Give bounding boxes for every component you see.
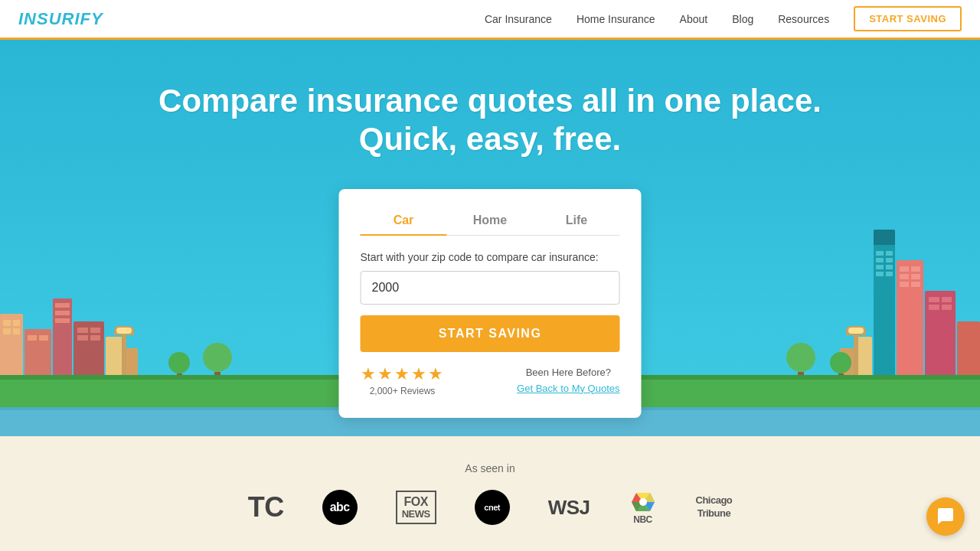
logo-text: INSURIFY — [18, 9, 103, 28]
media-logo-wsj: WSJ — [548, 496, 590, 520]
media-logo-fox: FOX NEWS — [396, 491, 436, 524]
nav-home-insurance[interactable]: Home Insurance — [577, 13, 655, 25]
zip-label: Start with your zip code to compare car … — [361, 251, 620, 263]
hero-section: Compare insurance quotes all in one plac… — [0, 40, 980, 436]
get-back-link[interactable]: Get Back to My Quotes — [517, 383, 619, 394]
nav-blog[interactable]: Blog — [732, 13, 753, 25]
star-rating: ★★★★★ — [361, 364, 445, 384]
tab-car[interactable]: Car — [361, 207, 447, 235]
nav-car-insurance[interactable]: Car Insurance — [485, 13, 552, 25]
media-logo-tc: TC — [248, 491, 284, 523]
hero-headline: Compare insurance quotes all in one plac… — [0, 82, 980, 159]
zip-input[interactable] — [361, 271, 620, 305]
as-seen-in-label: As seen in — [465, 462, 514, 474]
main-nav: Car Insurance Home Insurance About Blog … — [485, 6, 962, 31]
tab-life[interactable]: Life — [534, 207, 620, 235]
media-logo-chicago-tribune: ChicagoTribune — [696, 494, 733, 520]
quote-card: Car Home Life Start with your zip code t… — [339, 189, 642, 418]
reviews-row: ★★★★★ 2,000+ Reviews Been Here Before? G… — [361, 364, 620, 396]
as-seen-in-section: As seen in TC abc FOX NEWS cnet WSJ NBC … — [0, 436, 980, 551]
quote-tabs: Car Home Life — [361, 207, 620, 236]
header: INSURIFY Car Insurance Home Insurance Ab… — [0, 0, 980, 40]
reviews-count: 2,000+ Reviews — [361, 386, 445, 396]
been-here-label: Been Here Before? — [517, 367, 619, 378]
media-logo-abc: abc — [322, 490, 358, 525]
media-logos-row: TC abc FOX NEWS cnet WSJ NBC ChicagoTrib… — [248, 490, 733, 525]
start-saving-button[interactable]: START SAVING — [361, 315, 620, 352]
nav-about[interactable]: About — [680, 13, 708, 25]
logo: INSURIFY — [18, 9, 103, 29]
stars-section: ★★★★★ 2,000+ Reviews — [361, 364, 445, 396]
hero-headline-line2: Quick, easy, free. — [359, 121, 621, 157]
media-logo-nbc: NBC — [629, 490, 658, 525]
hero-headline-line1: Compare insurance quotes all in one plac… — [158, 83, 822, 119]
svg-point-16 — [639, 498, 647, 506]
returning-section: Been Here Before? Get Back to My Quotes — [517, 367, 619, 395]
buildings-left — [0, 298, 138, 383]
media-logo-cnet: cnet — [475, 490, 510, 525]
nav-resources[interactable]: Resources — [778, 13, 829, 25]
chat-button[interactable] — [926, 497, 965, 536]
start-saving-nav-button[interactable]: START SAVING — [854, 6, 962, 31]
tab-home[interactable]: Home — [447, 207, 534, 235]
